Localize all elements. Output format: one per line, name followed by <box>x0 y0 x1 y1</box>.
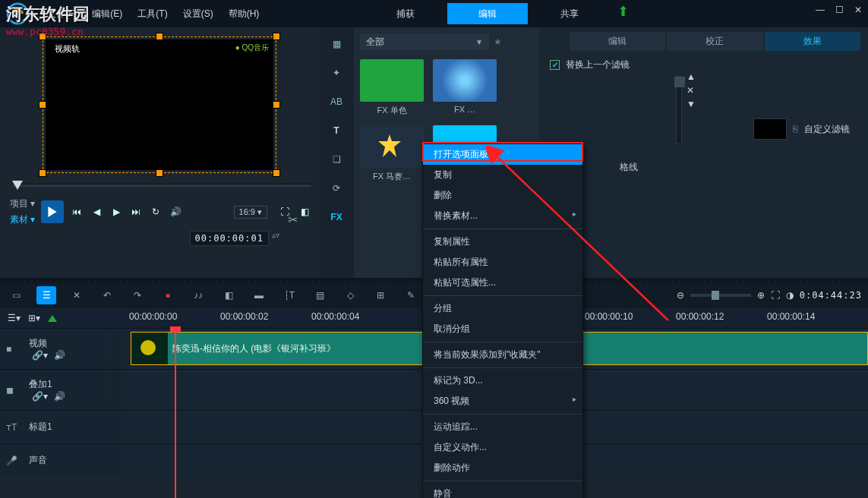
slider-del-icon[interactable]: ✕ <box>687 85 696 96</box>
replace-filter-checkbox[interactable]: ✔ <box>550 60 560 70</box>
fx-thumb-3[interactable]: FX 马赛… <box>360 125 424 182</box>
timeline-view-icon[interactable]: ☰ <box>36 286 56 304</box>
lib-tab-sparkle[interactable]: ✦ <box>324 62 349 84</box>
ctx-copy[interactable]: 复制 <box>423 165 582 185</box>
lib-tab-media[interactable]: ▦ <box>324 33 349 55</box>
filter-slider[interactable] <box>676 76 682 144</box>
handle-br[interactable] <box>273 169 280 177</box>
playhead[interactable] <box>175 328 176 498</box>
handle-tr[interactable] <box>273 33 280 40</box>
ctx-del-motion[interactable]: 删除动作 <box>423 458 582 478</box>
lib-tab-title[interactable]: T <box>324 120 349 141</box>
prev-frame-icon[interactable]: ◀ <box>90 205 103 219</box>
tab-edit[interactable]: 编辑 <box>447 3 528 24</box>
lib-tab-overlay[interactable]: ❏ <box>324 149 349 170</box>
tools-icon[interactable]: ✕ <box>67 286 87 304</box>
scissors-icon[interactable]: ✂ <box>288 213 298 227</box>
opt-tab-correct[interactable]: 校正 <box>667 32 762 51</box>
ctx-add-fav[interactable]: 将当前效果添加到"收藏夹" <box>423 345 582 365</box>
maximize-button[interactable]: ☐ <box>835 5 844 15</box>
marker-icon[interactable]: ▬ <box>249 286 269 304</box>
handle-bl[interactable] <box>39 169 46 177</box>
split-view-icon[interactable]: ◧ <box>298 205 311 219</box>
next-frame-icon[interactable]: ▶ <box>109 205 123 219</box>
preview-viewport[interactable]: 视频轨 ● QQ音乐 <box>46 39 273 170</box>
link-icon-2[interactable]: 🔗▾ <box>32 391 48 402</box>
lib-tab-path[interactable]: ⟳ <box>324 178 349 199</box>
goto-start-icon[interactable]: ⏮ <box>70 205 84 219</box>
chapter-icon[interactable]: ┆T <box>279 286 299 304</box>
loop-icon[interactable]: ↻ <box>149 205 163 219</box>
fx-thumb-2[interactable]: FX … <box>433 59 497 116</box>
ctx-ungroup[interactable]: 取消分组 <box>423 319 582 339</box>
storyboard-view-icon[interactable]: ▭ <box>6 286 26 304</box>
ctx-custom-motion[interactable]: 自定义动作... <box>423 437 582 458</box>
undo-icon[interactable]: ↶ <box>97 286 117 304</box>
goto-end-icon[interactable]: ⏭ <box>129 205 143 219</box>
menu-edit[interactable]: 编辑(E) <box>84 0 130 27</box>
ctx-open-options[interactable]: 打开选项面板 <box>423 144 582 165</box>
tab-share[interactable]: 共享 <box>529 3 610 24</box>
ctx-mute[interactable]: 静音 <box>423 484 582 498</box>
menu-file[interactable]: 文件(F) <box>39 0 84 27</box>
track-head-audio[interactable]: 🎤 声音 <box>0 444 122 477</box>
track-motion-icon[interactable]: ◇ <box>340 286 360 304</box>
opt-tab-edit[interactable]: 编辑 <box>570 32 665 51</box>
ctx-360[interactable]: 360 视频 <box>423 391 582 411</box>
custom-filter-icon[interactable]: ⎘ <box>793 124 798 134</box>
zoom-in-icon[interactable]: ⊕ <box>757 290 765 301</box>
fx-thumb-1[interactable]: FX 单色 <box>360 59 424 116</box>
tracks-menu-icon[interactable]: ☰▾ <box>8 313 21 323</box>
handle-tl[interactable] <box>39 33 46 40</box>
track-head-title[interactable]: ᴛT 标题1 <box>0 411 122 443</box>
ctx-group[interactable]: 分组 <box>423 298 582 319</box>
ctx-paste-all[interactable]: 粘贴所有属性 <box>423 252 582 273</box>
fit-project-icon[interactable]: ⛶ <box>771 290 780 301</box>
tracks-add-icon[interactable]: ⊞▾ <box>28 313 40 323</box>
aspect-ratio[interactable]: 16:9 ▾ <box>234 206 267 219</box>
zoom-out-icon[interactable]: ⊖ <box>677 290 684 301</box>
volume-icon[interactable]: 🔊 <box>169 205 182 219</box>
link-icon[interactable]: 🔗▾ <box>32 350 48 361</box>
mute-icon[interactable]: 🔊 <box>54 350 65 361</box>
ctx-mark-3d[interactable]: 标记为 3D... <box>423 370 582 391</box>
upload-icon[interactable]: ⬆ <box>617 3 629 24</box>
minimize-button[interactable]: — <box>816 5 825 15</box>
tc-spinner-icon[interactable]: ▵▿ <box>272 231 279 246</box>
track-head-video[interactable]: ■ 视频 🔗▾🔊 <box>0 329 122 369</box>
lib-tab-fx[interactable]: FX <box>324 206 349 228</box>
ctx-copy-attr[interactable]: 复制属性 <box>423 232 582 252</box>
track-head-overlay[interactable]: ◼ 叠加1 🔗▾🔊 <box>0 370 122 410</box>
handle-bc[interactable] <box>156 169 163 177</box>
redo-icon[interactable]: ↷ <box>128 286 147 304</box>
favorite-icon[interactable]: ★ <box>494 36 502 47</box>
lib-tab-transition[interactable]: AB <box>324 91 349 112</box>
opt-tab-effect[interactable]: 效果 <box>765 32 860 51</box>
tab-capture[interactable]: 捕获 <box>365 3 446 24</box>
mute-icon-2[interactable]: 🔊 <box>54 391 65 402</box>
settings-icon[interactable]: ◑ <box>786 290 794 301</box>
multicam-icon[interactable]: ⊞ <box>371 286 390 304</box>
custom-filter-label[interactable]: 自定义滤镜 <box>804 123 850 136</box>
ctx-delete[interactable]: 删除 <box>423 185 582 206</box>
collapse-icon[interactable] <box>48 315 57 322</box>
opt-switch-grid[interactable]: 格线 <box>620 161 638 174</box>
mask-icon[interactable]: ✎ <box>401 286 421 304</box>
preview-timecode[interactable]: 00:00:00:01 <box>190 231 269 246</box>
close-button[interactable]: ✕ <box>854 5 862 15</box>
mode-project[interactable]: 项目 ▾ <box>8 197 35 210</box>
menu-settings[interactable]: 设置(S) <box>175 0 221 27</box>
slider-down-icon[interactable]: ▼ <box>687 99 696 109</box>
menu-help[interactable]: 帮助(H) <box>221 0 267 27</box>
mode-clip[interactable]: 素材 ▾ <box>8 213 35 226</box>
slider-up-icon[interactable]: ▲ <box>687 71 696 82</box>
seek-bar[interactable] <box>12 184 311 193</box>
auto-music-icon[interactable]: ◧ <box>219 286 238 304</box>
play-button[interactable] <box>41 200 64 223</box>
ctx-motion-track[interactable]: 运动追踪... <box>423 417 582 437</box>
zoom-slider[interactable] <box>690 294 751 297</box>
ctx-replace[interactable]: 替换素材... <box>423 206 582 226</box>
handle-ml[interactable] <box>39 101 46 109</box>
filter-preview-box[interactable] <box>753 118 787 140</box>
audio-mixer-icon[interactable]: ♪♪ <box>188 286 208 304</box>
